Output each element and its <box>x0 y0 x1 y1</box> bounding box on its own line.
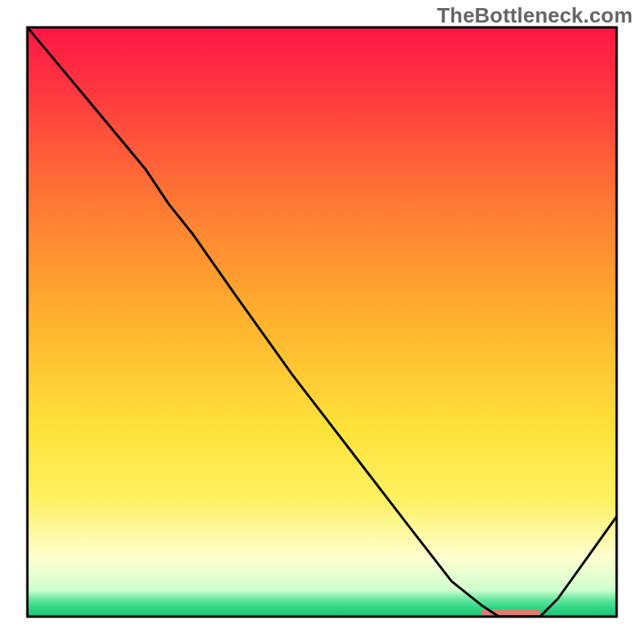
chart-svg <box>0 0 644 644</box>
chart-container: TheBottleneck.com <box>0 0 644 644</box>
watermark-label: TheBottleneck.com <box>437 3 633 28</box>
gradient-background <box>27 27 617 617</box>
